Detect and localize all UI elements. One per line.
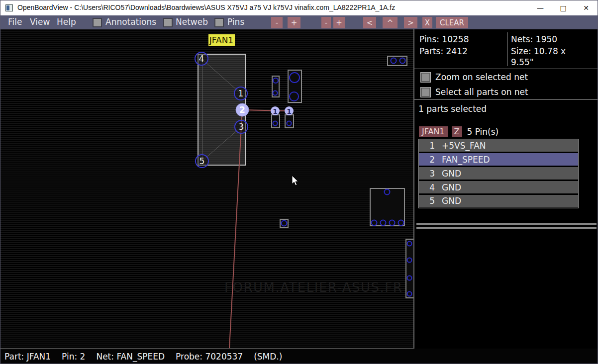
- select-all-parts-label: Select all parts on net: [435, 87, 528, 97]
- menu-view[interactable]: View: [30, 17, 50, 27]
- svg-text:JFAN1: JFAN1: [209, 35, 233, 45]
- jfan1-pin-3[interactable]: 3: [235, 120, 248, 133]
- net-pin-label: 1: [287, 107, 292, 115]
- board-stats: Pins: 10258 Parts: 2412 Nets: 1950 Size:…: [414, 29, 598, 69]
- increase-button[interactable]: +: [333, 17, 345, 28]
- status-part: Part: JFAN1: [4, 352, 51, 362]
- side-panel: Pins: 10258 Parts: 2412 Nets: 1950 Size:…: [413, 29, 598, 349]
- status-probe: Probe: 7020537: [176, 352, 243, 362]
- rotate-right-button[interactable]: >: [404, 17, 417, 28]
- title-bar: OpenBoardView - C:\Users\RICO57\Download…: [0, 0, 598, 15]
- part-mid-right[interactable]: [370, 188, 404, 226]
- part-small-square[interactable]: [280, 219, 288, 227]
- status-smd: (SMD.): [254, 352, 282, 362]
- clear-button[interactable]: CLEAR: [436, 17, 468, 28]
- annotations-label: Annotations: [105, 17, 156, 27]
- zoom-on-net-label: Zoom on selected net: [435, 72, 528, 82]
- zoom-on-net-checkbox[interactable]: [420, 72, 431, 83]
- mouse-cursor: [292, 176, 298, 185]
- part-net-pin-1[interactable]: 1: [271, 106, 280, 128]
- board-canvas[interactable]: FORUM.ATELIER-ASUS.FR: [0, 29, 413, 349]
- menu-bar: File View Help Annotations Netweb Pins -…: [0, 15, 598, 29]
- window-title: OpenBoardView - C:\Users\RICO57\Download…: [17, 3, 395, 11]
- status-pin: Pin: 2: [62, 352, 85, 362]
- separator: [416, 223, 597, 225]
- annotations-checkbox[interactable]: [93, 18, 102, 27]
- minimize-button[interactable]: —: [529, 0, 552, 15]
- maximize-button[interactable]: □: [552, 0, 575, 15]
- jfan1-pin-2-selected[interactable]: 2: [236, 103, 249, 116]
- svg-text:3: 3: [239, 122, 244, 132]
- netweb-label: Netweb: [176, 17, 208, 27]
- svg-text:2: 2: [239, 105, 245, 115]
- svg-text:1: 1: [238, 89, 244, 98]
- zoom-to-part-button[interactable]: Z: [452, 126, 462, 137]
- svg-text:5: 5: [199, 156, 205, 166]
- netweb-checkbox[interactable]: [163, 18, 173, 27]
- svg-text:4: 4: [199, 54, 204, 64]
- menu-file[interactable]: File: [8, 17, 22, 27]
- pin-row-3[interactable]: 3 GND: [419, 167, 578, 180]
- flip-board-button[interactable]: ^: [383, 17, 398, 28]
- stat-parts: Parts: 2412: [419, 46, 468, 57]
- separator: [414, 99, 598, 100]
- net-pin-label: 1: [273, 107, 278, 115]
- menu-help[interactable]: Help: [57, 17, 76, 27]
- decrease-button[interactable]: -: [321, 17, 331, 28]
- part-small-1[interactable]: [272, 76, 279, 97]
- pins-label: Pins: [227, 17, 244, 27]
- jfan1-pin-4[interactable]: 4: [195, 52, 208, 65]
- jfan1-pin-1[interactable]: 1: [234, 87, 247, 100]
- part-right-edge[interactable]: [406, 239, 413, 298]
- part-small-2[interactable]: [288, 70, 301, 102]
- pin-row-1[interactable]: 1 +5VS_FAN: [419, 139, 578, 152]
- pin-net-table: 1 +5VS_FAN 2 FAN_SPEED 3 GND 4 GND 5 GND: [418, 139, 579, 208]
- separator: [416, 227, 597, 229]
- pin-row-2-selected[interactable]: 2 FAN_SPEED: [419, 153, 578, 166]
- part-net-pin-2[interactable]: 1: [285, 106, 294, 128]
- stat-nets: Nets: 1950: [511, 34, 557, 45]
- pins-checkbox[interactable]: [214, 18, 224, 27]
- jfan1-pin-5[interactable]: 5: [196, 155, 208, 168]
- rotate-left-button[interactable]: <: [363, 17, 376, 28]
- pin-count-label: 5 Pin(s): [467, 127, 499, 137]
- stats-divider: [507, 32, 507, 66]
- close-search-button[interactable]: X: [422, 17, 432, 28]
- zoom-in-button[interactable]: +: [288, 17, 300, 28]
- app-icon: [5, 4, 13, 11]
- zoom-out-button[interactable]: -: [271, 17, 283, 28]
- selection-status: 1 parts selected: [418, 104, 487, 114]
- part-chip-jfan1[interactable]: JFAN1: [419, 126, 448, 137]
- status-bar: Part: JFAN1 Pin: 2 Net: FAN_SPEED Probe:…: [0, 349, 598, 364]
- part-name-label: JFAN1: [208, 34, 235, 46]
- board-watermark: FORUM.ATELIER-ASUS.FR: [224, 280, 402, 295]
- close-button[interactable]: ✕: [575, 0, 598, 15]
- pin-row-4[interactable]: 4 GND: [419, 181, 578, 193]
- stat-pins: Pins: 10258: [419, 34, 469, 45]
- pin-row-5[interactable]: 5 GND: [419, 195, 578, 207]
- stat-size: Size: 10.78 x 9.55": [511, 46, 586, 68]
- status-net: Net: FAN_SPEED: [96, 352, 165, 362]
- select-all-parts-checkbox[interactable]: [420, 87, 431, 97]
- part-top-right[interactable]: [388, 56, 407, 66]
- app-window: OpenBoardView - C:\Users\RICO57\Download…: [0, 0, 598, 364]
